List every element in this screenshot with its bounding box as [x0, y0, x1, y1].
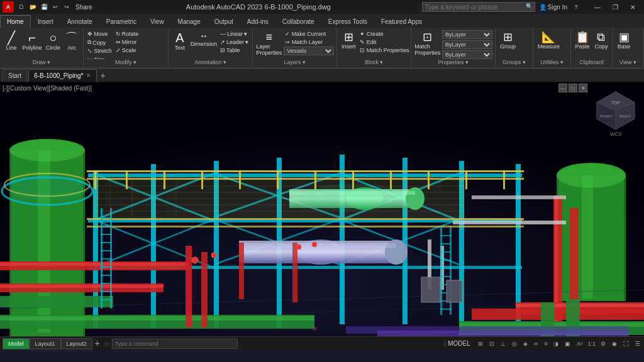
- close-btn[interactable]: ✕: [624, 0, 641, 14]
- tab-output[interactable]: Output: [208, 15, 240, 28]
- undo-btn[interactable]: ↩: [50, 2, 60, 12]
- fullscreen-btn[interactable]: ⛶: [622, 341, 630, 347]
- cmd-arrow-icon: ▷: [105, 341, 109, 347]
- stretch-icon: ⤡: [87, 48, 92, 54]
- tab-expresstools[interactable]: Express Tools: [321, 15, 374, 28]
- insert-block-btn[interactable]: ⊞ Insert: [340, 30, 357, 51]
- table-btn[interactable]: ⊟ Table: [219, 47, 250, 54]
- vessels-dropdown[interactable]: Vessels: [284, 47, 334, 55]
- ortho-btn[interactable]: ⊥: [499, 341, 507, 347]
- customstatus-btn[interactable]: ☰: [634, 341, 641, 347]
- svg-rect-106: [101, 283, 112, 284]
- isolate-btn[interactable]: ◉: [611, 341, 618, 347]
- tab-insert[interactable]: Insert: [31, 15, 60, 28]
- osnap-btn[interactable]: ◈: [522, 341, 529, 347]
- grid-btn[interactable]: ⊞: [477, 341, 484, 347]
- help-btn[interactable]: ?: [571, 2, 581, 12]
- line-btn[interactable]: ╱ Line: [3, 30, 20, 52]
- match-prop-btn[interactable]: ⊡ MatchProperties: [414, 30, 441, 57]
- edit-block-btn[interactable]: ✎ Edit: [358, 38, 411, 46]
- group-annotation: A Text ↔ Dimension — Linear ▾ ↗ Leader ▾…: [169, 29, 253, 67]
- arc-btn[interactable]: ⌒ Arc: [63, 30, 80, 52]
- tab-parametric[interactable]: Parametric: [99, 15, 143, 28]
- close-document-icon[interactable]: ✕: [86, 72, 91, 79]
- new-btn[interactable]: 🗋: [16, 2, 26, 12]
- layout2-tab[interactable]: Layout2: [61, 338, 92, 349]
- svg-rect-74: [0, 285, 164, 288]
- add-tab-btn[interactable]: +: [98, 70, 108, 80]
- base-view-btn[interactable]: ▣ Base: [615, 30, 633, 51]
- linear-btn[interactable]: — Linear ▾: [219, 30, 250, 38]
- command-input[interactable]: [112, 339, 238, 349]
- copy-btn[interactable]: ⧉ Copy: [86, 38, 113, 47]
- svg-rect-82: [0, 316, 314, 321]
- bylayer-lineweight-dropdown[interactable]: ByLayer: [442, 50, 492, 59]
- start-tab[interactable]: Start: [3, 69, 27, 82]
- otrack-btn[interactable]: ∞: [533, 341, 539, 347]
- share-btn[interactable]: Share: [73, 2, 95, 12]
- tab-addins[interactable]: Add-ins: [240, 15, 275, 28]
- selection-btn[interactable]: ▣: [564, 341, 572, 347]
- tab-view[interactable]: View: [143, 15, 171, 28]
- move-btn[interactable]: ✥ Move: [86, 30, 113, 38]
- search-input[interactable]: [422, 2, 535, 12]
- measure-btn[interactable]: 📐 Measure: [536, 30, 562, 51]
- signin-button[interactable]: 👤 Sign In: [539, 4, 567, 11]
- match-properties-btn[interactable]: ⊡ Match Properties: [358, 47, 411, 54]
- mirror-btn[interactable]: ⇔ Mirror: [114, 38, 140, 46]
- polar-btn[interactable]: ◎: [511, 341, 518, 347]
- dimension-btn[interactable]: ↔ Dimension: [190, 30, 218, 48]
- group-block: ⊞ Insert ✦ Create ✎ Edit ⊡ Match Propert…: [337, 29, 411, 67]
- tab-manage[interactable]: Manage: [171, 15, 208, 28]
- snap-btn[interactable]: ⊡: [488, 341, 496, 347]
- leader-btn[interactable]: ↗ Leader ▾: [219, 38, 250, 46]
- navigation-cube[interactable]: TOP FRONT RIGHT WCS: [594, 89, 638, 133]
- make-current-btn[interactable]: ✓ Make Current: [284, 30, 334, 38]
- scale-btn[interactable]: ⤢ Scale: [114, 47, 140, 54]
- layout1-tab[interactable]: Layout1: [30, 338, 61, 349]
- circle-btn[interactable]: ○ Circle: [44, 30, 62, 52]
- tab-featuredapps[interactable]: Featured Apps: [374, 15, 429, 28]
- tab-annotate[interactable]: Annotate: [60, 15, 99, 28]
- match-layer-btn[interactable]: ⇒ Match Layer: [284, 38, 334, 46]
- stretch-btn[interactable]: ⤡ Stretch: [86, 47, 113, 55]
- group-btn[interactable]: ⊞ Group: [498, 30, 518, 51]
- svg-rect-99: [101, 226, 112, 227]
- minimize-btn[interactable]: —: [589, 0, 606, 14]
- tab-collaborate[interactable]: Collaborate: [275, 15, 321, 28]
- move-icon: ✥: [87, 31, 92, 37]
- add-layout-btn[interactable]: +: [92, 338, 103, 349]
- create-block-btn[interactable]: ✦ Create: [358, 30, 411, 38]
- command-line: ▷: [105, 339, 442, 349]
- viewport-minimize-btn[interactable]: —: [558, 84, 567, 92]
- copy-clipboard-btn[interactable]: ⧉ Copy: [592, 30, 610, 51]
- lineweight-btn[interactable]: ≡: [543, 341, 548, 347]
- paste-btn[interactable]: 📋 Paste: [574, 30, 591, 51]
- svg-rect-21: [516, 164, 521, 321]
- active-document-tab[interactable]: 6-B-1000_Piping* ✕: [28, 69, 96, 82]
- svg-point-131: [312, 242, 317, 247]
- svg-rect-88: [186, 246, 192, 327]
- svg-rect-114: [440, 260, 452, 261]
- bylayer-color-dropdown[interactable]: ByLayer: [442, 30, 492, 39]
- redo-btn[interactable]: ↪: [62, 2, 72, 12]
- annotscale-btn[interactable]: A¹: [575, 341, 584, 347]
- svg-rect-127: [346, 326, 629, 334]
- maximize-btn[interactable]: ❐: [606, 0, 624, 14]
- rotate-btn[interactable]: ↻ Rotate: [114, 30, 140, 38]
- model-tab[interactable]: Model: [3, 338, 30, 349]
- viewport[interactable]: [-][Custom View][Shaded (Fast)] — □ ✕: [0, 82, 644, 336]
- transparency-btn[interactable]: ◑: [552, 341, 560, 347]
- open-btn[interactable]: 📂: [28, 2, 38, 12]
- workspace-btn[interactable]: ⚙: [599, 341, 607, 347]
- save-btn[interactable]: 💾: [39, 2, 49, 12]
- viewport-close-btn[interactable]: ✕: [579, 84, 587, 92]
- tab-home[interactable]: Home: [0, 15, 31, 28]
- text-btn[interactable]: A Text: [171, 30, 189, 52]
- title-bar: A 🗋 📂 💾 ↩ ↪ Share Autodesk AutoCAD 2023 …: [0, 0, 644, 14]
- polyline-btn[interactable]: ⌐ Polyline: [21, 30, 43, 52]
- bylayer-linetype-dropdown[interactable]: ByLayer: [442, 40, 492, 49]
- svg-rect-80: [472, 309, 644, 320]
- viewport-maximize-btn[interactable]: □: [569, 84, 577, 92]
- layer-properties-btn[interactable]: ≡ LayerProperties: [255, 30, 282, 57]
